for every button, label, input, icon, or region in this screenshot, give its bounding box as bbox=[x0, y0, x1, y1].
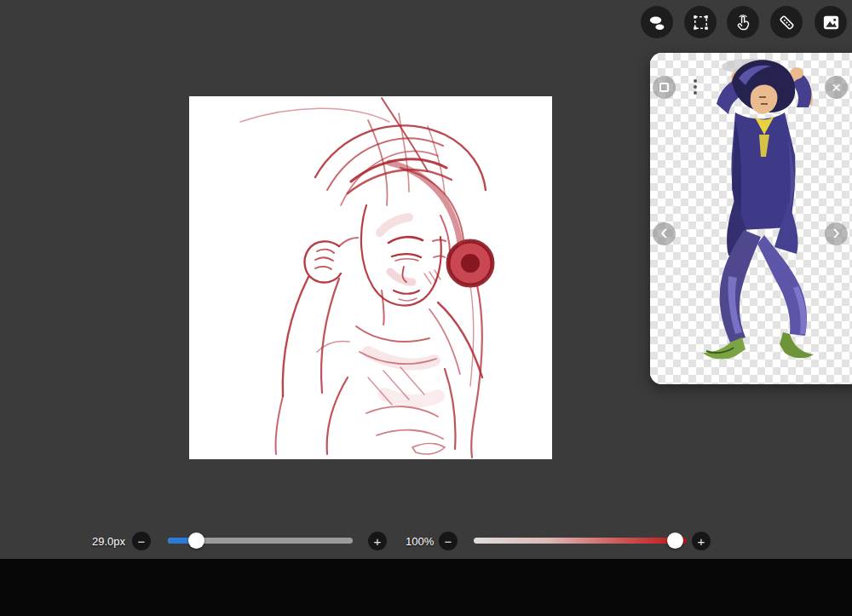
brush-opacity-slider[interactable] bbox=[474, 538, 687, 544]
brush-opacity-minus-button[interactable]: − bbox=[439, 532, 458, 550]
panel-layout-button[interactable] bbox=[653, 76, 676, 99]
reference-panel[interactable]: × ‹ › bbox=[650, 53, 852, 384]
chevron-left-icon: ‹ bbox=[660, 222, 667, 243]
sketch-drawing bbox=[189, 96, 552, 459]
brush-size-label: 29.0px bbox=[92, 535, 125, 548]
panel-prev-button[interactable]: ‹ bbox=[653, 222, 676, 245]
brush-opacity-label: 100% bbox=[406, 535, 434, 548]
ruler-icon bbox=[777, 13, 797, 32]
dot-icon bbox=[694, 91, 697, 95]
ruler-tool-button[interactable] bbox=[770, 6, 803, 38]
minus-icon: − bbox=[138, 535, 146, 548]
square-icon bbox=[659, 83, 669, 92]
brush-size-slider-thumb[interactable] bbox=[188, 533, 204, 549]
minus-icon: − bbox=[445, 535, 452, 548]
hand-gesture-icon bbox=[734, 13, 753, 32]
selection-icon bbox=[691, 13, 711, 32]
dot-icon bbox=[694, 79, 697, 83]
plus-icon: + bbox=[698, 535, 705, 548]
brush-size-plus-button[interactable]: + bbox=[368, 532, 387, 550]
brush-opacity-plus-button[interactable]: + bbox=[692, 532, 711, 550]
brush-size-minus-button[interactable]: − bbox=[132, 532, 151, 550]
select-tool-button[interactable] bbox=[684, 6, 717, 38]
dot-icon bbox=[694, 85, 697, 89]
image-tool-button[interactable] bbox=[815, 6, 847, 38]
panel-next-button[interactable]: › bbox=[825, 222, 848, 245]
chevron-right-icon: › bbox=[832, 222, 839, 243]
reference-image[interactable] bbox=[650, 53, 852, 384]
plus-icon: + bbox=[374, 535, 382, 548]
app-root: × ‹ › 29.0px − + 100% − + bbox=[0, 0, 852, 616]
materials-tool-button[interactable] bbox=[641, 6, 673, 38]
close-icon: × bbox=[832, 79, 841, 95]
hand-gesture-tool-button[interactable] bbox=[727, 6, 759, 38]
drawing-canvas[interactable] bbox=[189, 96, 552, 459]
materials-icon bbox=[648, 13, 667, 32]
bottom-toolbar: 29.0 4 bbox=[0, 559, 852, 616]
image-icon bbox=[821, 13, 841, 32]
panel-menu-button[interactable] bbox=[694, 79, 697, 95]
brush-opacity-slider-thumb[interactable] bbox=[667, 533, 683, 549]
panel-close-button[interactable]: × bbox=[825, 76, 848, 99]
